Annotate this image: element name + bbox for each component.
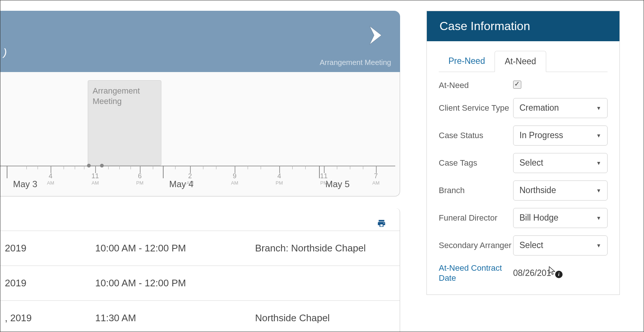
detail-location: Branch: Northside Chapel (255, 243, 400, 254)
at-need-label: At-Need (439, 80, 513, 91)
detail-row: 2019 10:00 AM - 12:00 PM Branch: Northsi… (0, 231, 400, 266)
branch-label: Branch (439, 185, 513, 196)
case-tags-select[interactable]: Select ▼ (513, 153, 608, 173)
panel-title: Case Information (427, 11, 619, 41)
tab-pre-need[interactable]: Pre-Need (439, 51, 495, 72)
detail-time: 10:00 AM - 12:00 PM (95, 243, 255, 254)
detail-time: 11:30 AM (95, 312, 255, 324)
detail-date: 2019 (0, 277, 95, 289)
next-arrow-icon[interactable] (366, 24, 388, 46)
case-status-select[interactable]: In Progress ▼ (513, 126, 608, 146)
chevron-down-icon: ▼ (596, 105, 601, 111)
timeline-event-block[interactable]: Arrangement Meeting (88, 80, 161, 166)
secondary-arranger-label: Secondary Arranger (439, 240, 513, 251)
header-banner: ) Arrangement Meeting (0, 11, 400, 72)
tab-at-need[interactable]: At-Need (495, 51, 546, 72)
tab-row: Pre-Need At-Need (439, 51, 608, 72)
timeline-event-label: Arrangement Meeting (93, 86, 140, 106)
header-truncated-text: ) (3, 46, 7, 58)
chevron-down-icon: ▼ (596, 188, 601, 193)
detail-location: Northside Chapel (255, 312, 400, 324)
chevron-down-icon: ▼ (596, 243, 601, 248)
case-information-panel: Case Information Pre-Need At-Need At-Nee… (426, 11, 620, 295)
print-icon[interactable] (377, 219, 386, 228)
secondary-arranger-select[interactable]: Select ▼ (513, 235, 608, 255)
case-status-label: Case Status (439, 130, 513, 141)
chevron-down-icon: ▼ (596, 215, 601, 221)
event-details-panel: 2019 10:00 AM - 12:00 PM Branch: Northsi… (0, 208, 400, 332)
detail-date: 2019 (0, 243, 95, 254)
detail-row: , 2019 11:30 AM Northside Chapel (0, 300, 400, 332)
branch-select[interactable]: Northside ▼ (513, 180, 608, 201)
svg-point-0 (383, 223, 384, 224)
header-next-label: Arrangement Meeting (320, 58, 391, 67)
info-icon[interactable]: i (555, 271, 563, 278)
timeline-date-label: May 3 (13, 179, 37, 189)
detail-date: , 2019 (0, 312, 95, 324)
chevron-down-icon: ▼ (596, 133, 601, 139)
funeral-director-select[interactable]: Bill Hodge ▼ (513, 208, 608, 228)
client-service-type-select[interactable]: Cremation ▼ (513, 98, 608, 118)
timeline[interactable]: Arrangement Meeting May 3 May 4 May 5 4A… (0, 72, 400, 196)
client-service-type-label: Client Service Type (439, 103, 513, 113)
cursor-icon (548, 266, 556, 276)
detail-time: 10:00 AM - 12:00 PM (95, 277, 255, 289)
timeline-axis: May 3 May 4 May 5 4AM 11AM 6PM 2AM 9AM 4… (0, 166, 395, 196)
detail-row: 2019 10:00 AM - 12:00 PM (0, 266, 400, 300)
chevron-down-icon: ▼ (596, 160, 601, 166)
at-need-contract-date-label[interactable]: At-Need Contract Date (439, 263, 513, 283)
at-need-checkbox[interactable] (513, 81, 521, 89)
case-tags-label: Case Tags (439, 158, 513, 168)
funeral-director-label: Funeral Director (439, 213, 513, 223)
at-need-contract-date-value: 08/26/201 i (513, 268, 563, 278)
